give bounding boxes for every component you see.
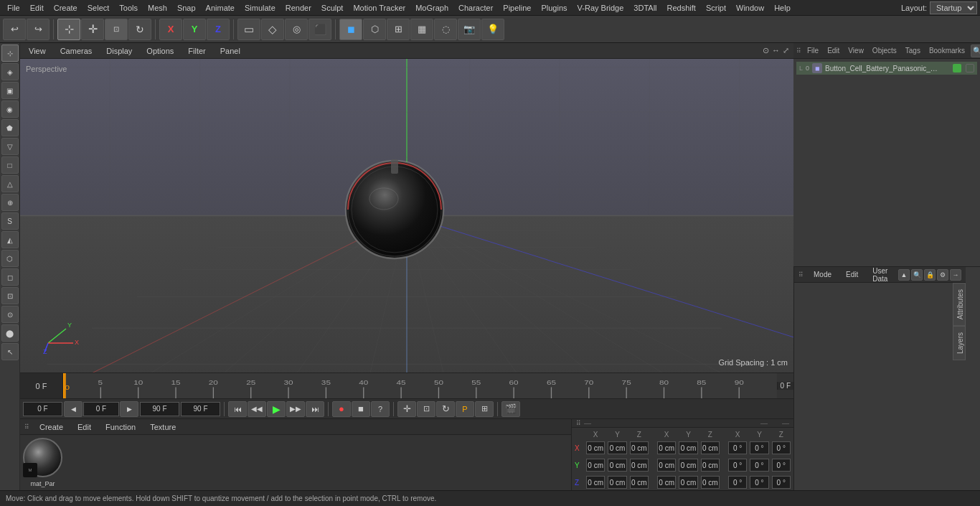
camera-button[interactable]: 📷 xyxy=(458,19,481,40)
shading-button[interactable]: ◼ xyxy=(339,19,362,40)
viewport-view-menu[interactable]: View xyxy=(24,45,50,57)
attr-search-btn[interactable]: 🔍 xyxy=(911,269,923,281)
start-frame-field[interactable] xyxy=(23,402,62,416)
rot-x2-field[interactable]: 0 ° xyxy=(728,459,747,472)
render-frame-button[interactable]: 🎬 xyxy=(501,401,520,417)
sky-button[interactable]: ◌ xyxy=(434,19,457,40)
layout-dropdown[interactable]: Startup xyxy=(930,1,977,14)
sidebar-tool-12[interactable]: ⬡ xyxy=(1,250,19,267)
light-button[interactable]: 💡 xyxy=(481,19,504,40)
attr-edit-menu[interactable]: Edit xyxy=(842,269,862,280)
material-item[interactable]: M mat_Par xyxy=(23,438,62,487)
material-thumbnail[interactable]: M xyxy=(23,438,62,477)
help-button[interactable]: ? xyxy=(371,401,390,417)
record-button[interactable]: ● xyxy=(332,401,351,417)
size-y-field[interactable]: 0 cm xyxy=(679,441,697,454)
obj-view-menu[interactable]: View xyxy=(845,45,867,56)
rot-z3-field[interactable]: 0 ° xyxy=(772,476,791,489)
material-texture-menu[interactable]: Texture xyxy=(146,421,180,433)
size-z3-field[interactable]: 0 cm xyxy=(701,476,720,489)
sidebar-tool-16[interactable]: ⬤ xyxy=(1,324,19,342)
material-edit-menu[interactable]: Edit xyxy=(73,421,95,433)
size-y2-field[interactable]: 0 cm xyxy=(679,459,697,472)
viewport-options-menu[interactable]: Options xyxy=(142,45,178,57)
obj-search-btn[interactable]: 🔍 xyxy=(971,44,980,57)
attr-mode-menu[interactable]: Mode xyxy=(809,269,836,280)
rot-x3-field[interactable]: 0 ° xyxy=(728,476,747,489)
viewport-ctrl-2[interactable]: ↔ xyxy=(772,46,780,55)
rotate-transform-button[interactable]: ↻ xyxy=(436,401,455,417)
menu-3dtall[interactable]: 3DTAll xyxy=(629,2,661,14)
material-create-menu[interactable]: Create xyxy=(35,421,67,433)
sidebar-tool-4[interactable]: ◉ xyxy=(1,100,19,118)
rot-y3-field[interactable]: 0 ° xyxy=(750,476,768,489)
point-mode-button[interactable]: ◎ xyxy=(285,19,308,40)
sidebar-tool-2[interactable]: ◈ xyxy=(1,63,19,80)
sidebar-tool-8[interactable]: △ xyxy=(1,175,19,192)
attr-arrow-btn[interactable]: → xyxy=(950,269,961,281)
pos-x-field[interactable]: 0 cm xyxy=(586,441,605,454)
menu-mesh[interactable]: Mesh xyxy=(143,2,171,14)
stop-button[interactable]: ■ xyxy=(352,401,370,417)
sidebar-tool-15[interactable]: ⊙ xyxy=(1,306,19,323)
sidebar-tool-13[interactable]: ◻ xyxy=(1,268,19,286)
menu-redshift[interactable]: Redshift xyxy=(663,2,700,14)
attr-up-btn[interactable]: ▲ xyxy=(898,269,910,281)
menu-render[interactable]: Render xyxy=(281,2,316,14)
wireframe-button[interactable]: ⬡ xyxy=(363,19,386,40)
sidebar-tool-10[interactable]: S xyxy=(1,212,19,230)
current-frame-field[interactable] xyxy=(83,402,119,416)
size-z2-field[interactable]: 0 cm xyxy=(701,459,720,472)
sidebar-tool-17[interactable]: ↖ xyxy=(1,343,19,360)
preview-end-field[interactable] xyxy=(181,402,220,416)
viewport-ctrl-3[interactable]: ⤢ xyxy=(783,46,789,55)
menu-select[interactable]: Select xyxy=(83,2,114,14)
size-y3-field[interactable]: 0 cm xyxy=(679,476,697,489)
menu-character[interactable]: Character xyxy=(454,2,497,14)
move-tool-button[interactable]: ✛ xyxy=(81,19,104,40)
play-button[interactable]: ▶ xyxy=(267,401,286,417)
box-mode-button[interactable]: ⬛ xyxy=(308,19,331,40)
attributes-tab[interactable]: Attributes xyxy=(953,283,966,326)
menu-vray[interactable]: V-Ray Bridge xyxy=(573,2,628,14)
menu-sculpt[interactable]: Sculpt xyxy=(317,2,348,14)
floor-button[interactable]: ▦ xyxy=(410,19,433,40)
obj-tags-menu[interactable]: Tags xyxy=(903,45,923,56)
obj-bookmarks-menu[interactable]: Bookmarks xyxy=(926,45,968,56)
menu-pipeline[interactable]: Pipeline xyxy=(499,2,535,14)
pos-y3-field[interactable]: 0 cm xyxy=(608,476,626,489)
menu-create[interactable]: Create xyxy=(50,2,82,14)
next-key-button[interactable]: ▶▶ xyxy=(286,401,305,417)
object-extra-dot[interactable] xyxy=(966,64,974,72)
obj-edit-menu[interactable]: Edit xyxy=(824,45,842,56)
redo-button[interactable]: ↪ xyxy=(27,19,50,40)
end-frame-field[interactable] xyxy=(140,402,179,416)
rotate-tool-button[interactable]: ↻ xyxy=(128,19,151,40)
attr-user-data-menu[interactable]: User Data xyxy=(868,266,892,284)
menu-snap[interactable]: Snap xyxy=(173,2,200,14)
size-z-field[interactable]: 0 cm xyxy=(701,441,720,454)
y-axis-button[interactable]: Y xyxy=(183,19,206,40)
pos-x2-field[interactable]: 0 cm xyxy=(586,459,605,472)
attr-lock-btn[interactable]: 🔒 xyxy=(924,269,936,281)
grid-snap-button[interactable]: ⊞ xyxy=(475,401,494,417)
sidebar-tool-1[interactable]: ⊹ xyxy=(1,44,19,62)
menu-help[interactable]: Help xyxy=(770,2,795,14)
edge-mode-button[interactable]: ◇ xyxy=(261,19,284,40)
sidebar-tool-3[interactable]: ▣ xyxy=(1,82,19,99)
x-axis-button[interactable]: X xyxy=(159,19,182,40)
sidebar-tool-11[interactable]: ◭ xyxy=(1,231,19,248)
menu-file[interactable]: File xyxy=(3,2,24,14)
viewport-filter-menu[interactable]: Filter xyxy=(184,45,209,57)
object-visible-indicator[interactable] xyxy=(953,64,961,72)
tree-item-battery[interactable]: L 0 ◼ Button_Cell_Battery_Panasonic_CR16… xyxy=(796,62,977,75)
material-function-menu[interactable]: Function xyxy=(101,421,140,433)
keyframe-button[interactable]: P xyxy=(456,401,474,417)
menu-plugins[interactable]: Plugins xyxy=(537,2,571,14)
pos-y-field[interactable]: 0 cm xyxy=(608,441,626,454)
go-to-start-button[interactable]: ⏮ xyxy=(228,401,247,417)
pos-y2-field[interactable]: 0 cm xyxy=(608,459,626,472)
3d-viewport[interactable]: Perspective Grid Spacing : 1 cm Y X xyxy=(20,59,793,373)
viewport-cameras-menu[interactable]: Cameras xyxy=(56,45,97,57)
menu-motion-tracker[interactable]: Motion Tracker xyxy=(349,2,410,14)
